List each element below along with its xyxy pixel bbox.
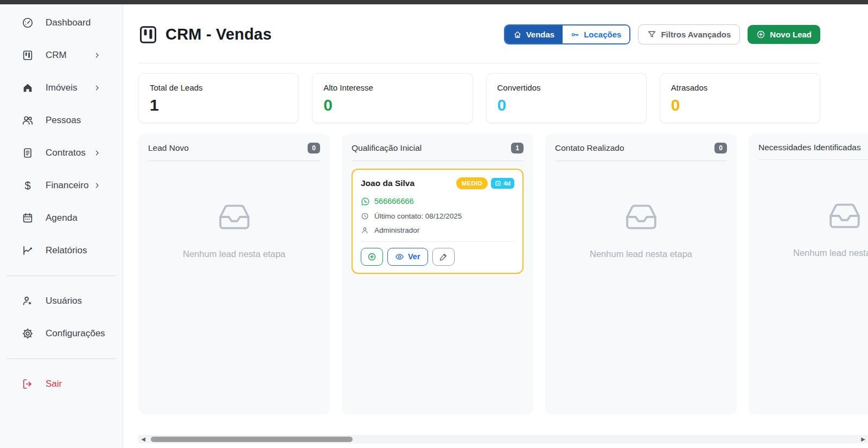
sidebar-item-configuracoes[interactable]: Configurações [0,317,123,350]
horizontal-scrollbar[interactable]: ◀ ▶ [138,435,868,444]
sidebar-item-dashboard[interactable]: Dashboard [0,7,123,39]
stat-label: Alto Interesse [323,83,461,92]
chevron-right-icon [93,52,101,59]
sidebar-item-relatorios[interactable]: Relatórios [0,234,123,267]
sidebar-item-pessoas[interactable]: Pessoas [0,104,123,137]
advanced-filters-label: Filtros Avançados [661,30,731,39]
stat-value: 0 [671,96,809,114]
sidebar-item-label: Relatórios [46,245,87,256]
lead-name: Joao da Silva [361,177,414,188]
stat-card-convertidos: Convertidos 0 [486,73,647,123]
lead-card-actions: Ver [361,248,514,266]
view-lead-label: Ver [408,252,420,261]
gear-icon [22,328,34,340]
sidebar-item-label: Configurações [46,328,105,339]
sidebar-item-financeiro[interactable]: $ Financeiro [0,169,123,202]
empty-state-text: Nenhum lead nesta etapa [148,249,320,259]
age-badge: 4d [491,178,514,189]
lead-card-divider [361,241,514,242]
priority-badge: MEDIO [456,177,488,189]
sidebar: Dashboard CRM Imóveis Pessoas [0,4,123,448]
stat-value: 0 [323,96,461,114]
tab-locacoes-label: Locações [584,30,621,39]
logout-label: Sair [46,379,62,389]
calendar-check-icon [495,180,501,187]
house-icon [22,82,34,94]
advanced-filters-button[interactable]: Filtros Avançados [638,24,740,44]
stat-label: Convertidos [497,83,635,92]
kanban-column-contato-realizado: Contato Realizado 0 Nenhum lead nesta et… [545,134,737,414]
page-header: CRM - Vendas Vendas Locações [123,4,868,63]
view-lead-button[interactable]: Ver [387,248,428,266]
sidebar-item-usuarios[interactable]: Usuários [0,285,123,317]
stat-label: Total de Leads [150,83,288,92]
main-content: CRM - Vendas Vendas Locações [123,4,868,448]
pencil-icon [439,252,448,261]
sidebar-item-label: Contratos [46,148,86,158]
person-icon [361,226,369,234]
header-actions: Vendas Locações Filtros Avançados [504,24,820,44]
calendar-icon [22,212,34,224]
edit-lead-button[interactable] [432,248,455,266]
scrollbar-thumb[interactable] [151,437,353,442]
sidebar-item-crm[interactable]: CRM [0,39,123,72]
sidebar-item-imoveis[interactable]: Imóveis [0,72,123,104]
kanban-column-necessidades-identificadas: Necessidades Identificadas Nenhum lead n… [749,134,868,414]
app-layout: Dashboard CRM Imóveis Pessoas [0,4,868,448]
window-top-strip [0,0,868,4]
tab-vendas-label: Vendas [526,30,555,39]
whatsapp-icon [361,197,370,206]
plus-circle-icon [756,30,765,39]
stat-card-alto-interesse: Alto Interesse 0 [312,73,473,123]
plus-circle-icon [367,252,376,261]
stats-row: Total de Leads 1 Alto Interesse 0 Conver… [123,63,868,129]
scrollbar-left-arrow[interactable]: ◀ [140,436,146,443]
column-count-badge: 0 [308,143,320,153]
lead-last-contact: Último contato: 08/12/2025 [361,212,514,220]
page-title: CRM - Vendas [165,25,272,43]
column-title: Lead Novo [148,143,189,153]
kanban-column-lead-novo: Lead Novo 0 Nenhum lead nesta etapa [138,134,330,414]
empty-state-text: Nenhum lead nesta etapa [758,248,868,258]
sidebar-item-label: Pessoas [46,115,81,126]
lead-owner-text: Administrador [374,226,419,234]
tab-vendas[interactable]: Vendas [505,25,563,43]
chevron-right-icon [93,84,101,92]
empty-state: Nenhum lead nesta etapa [148,200,320,259]
stat-card-total-leads: Total de Leads 1 [138,73,299,123]
empty-state: Nenhum lead nesta etapa [555,200,727,259]
gauge-icon [22,17,34,29]
sidebar-divider [7,359,116,359]
lead-owner: Administrador [361,226,514,234]
stat-value: 0 [497,96,635,114]
sidebar-item-sair[interactable]: Sair [0,368,123,400]
lead-card[interactable]: Joao da Silva MEDIO 4d [352,169,524,274]
eye-icon [395,252,404,261]
column-divider [352,161,524,161]
sidebar-divider [7,276,116,276]
sidebar-item-contratos[interactable]: Contratos [0,137,123,169]
lead-phone-number: 566666666 [374,197,414,206]
tab-locacoes[interactable]: Locações [563,25,629,43]
add-activity-button[interactable] [361,248,383,266]
column-title: Qualificação Inicial [352,143,422,153]
sidebar-item-label: CRM [46,50,67,61]
stat-card-atrasados: Atrasados 0 [660,73,820,123]
chevron-right-icon [93,149,101,157]
logout-icon [22,378,34,390]
dollar-icon: $ [22,180,34,192]
lead-whatsapp-link[interactable]: 566666666 [361,197,514,206]
kanban-board: Lead Novo 0 Nenhum lead nesta etapa Qual… [123,129,868,414]
empty-state-text: Nenhum lead nesta etapa [555,249,727,259]
scrollbar-right-arrow[interactable]: ▶ [860,436,866,443]
people-icon [22,114,34,126]
new-lead-button[interactable]: Novo Lead [748,25,820,44]
column-count-badge: 1 [511,143,524,153]
empty-state: Nenhum lead nesta etapa [758,199,868,258]
kanban-logo-icon [138,25,158,44]
document-icon [22,147,34,159]
sidebar-item-agenda[interactable]: Agenda [0,202,123,234]
column-divider [758,159,868,160]
sidebar-item-label: Usuários [46,296,82,306]
stat-value: 1 [150,96,288,114]
